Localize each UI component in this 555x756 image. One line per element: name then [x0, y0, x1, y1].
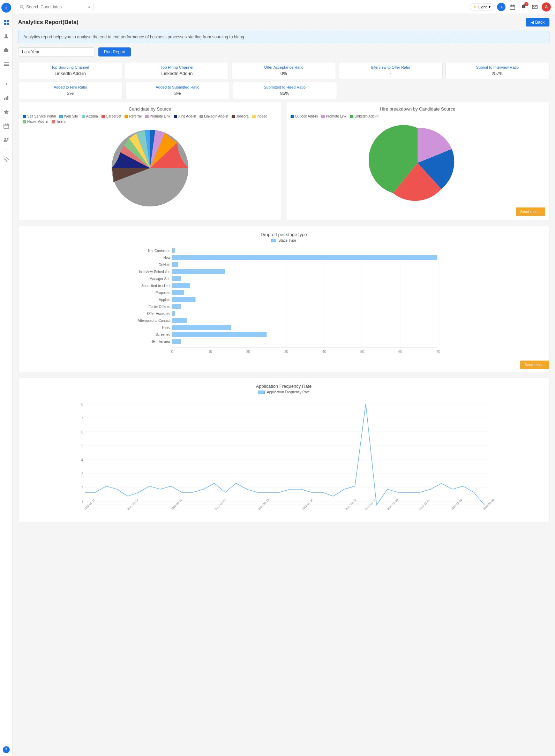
sidebar-item-settings[interactable]	[2, 80, 10, 88]
frequency-line	[85, 404, 485, 505]
candidate-by-source-chart	[23, 126, 277, 210]
bar-hr-interview	[172, 339, 181, 344]
kpi-submitted-hired: Submitted to Hired Ratio 85%	[233, 82, 337, 99]
legend-dot	[321, 115, 325, 118]
sidebar-item-star[interactable]	[2, 108, 10, 116]
kpi-added-submitted: Added to Submitted Ratio 3%	[125, 82, 230, 99]
label-hr-interview: HR Interview	[150, 340, 171, 343]
label-to-be-offered: To-be-Offered	[149, 305, 171, 309]
svg-text:2022-06-10: 2022-06-10	[258, 498, 270, 511]
svg-text:30: 30	[284, 350, 288, 354]
frequency-legend: Application Frequency Rate	[24, 390, 543, 394]
legend-self-service: Self Service Portal	[23, 114, 56, 118]
bar-hired	[172, 325, 231, 330]
frequency-legend-box	[258, 391, 265, 394]
svg-text:50: 50	[360, 350, 365, 354]
sidebar-item-dashboard[interactable]	[2, 18, 10, 27]
sidebar-item-jobs[interactable]	[2, 46, 10, 54]
sidebar-item-people[interactable]	[2, 32, 10, 40]
svg-text:2022-10-20: 2022-10-20	[387, 498, 399, 511]
svg-rect-8	[4, 65, 9, 66]
sidebar-item-users[interactable]	[2, 136, 10, 144]
bar-submitted-client	[172, 283, 190, 288]
calendar-icon[interactable]	[508, 3, 517, 11]
svg-text:0: 0	[171, 350, 173, 354]
run-report-button[interactable]: Run Report	[98, 47, 131, 56]
svg-text:8: 8	[81, 402, 83, 406]
theme-toggle[interactable]: ☀ Light ▼	[470, 3, 494, 10]
dropoff-chart-card: Drop-off per stage type Stage Type	[18, 226, 549, 372]
kpi-top-hiring: Top Hiring Channel LinkedIn Add-in	[125, 62, 229, 79]
dropoff-legend-box	[271, 239, 276, 242]
kpi-submit-interview-label[interactable]: Submit to Interview Ratio	[450, 65, 545, 69]
legend-promote: Promote Link	[321, 114, 346, 118]
kpi-row-2: Added to Hire Ratio 3% Added to Submitte…	[18, 82, 337, 99]
chevron-down-icon: ▼	[488, 5, 491, 9]
legend-promote-link: Promote Link	[145, 114, 170, 118]
label-applied: Applied	[159, 298, 170, 302]
kpi-added-submitted-label[interactable]: Added to Submitted Ratio	[130, 85, 225, 89]
kpi-submit-interview: Submit to Interview Ratio 257%	[445, 62, 549, 79]
svg-rect-14	[4, 124, 9, 128]
label-proposed: Proposed	[156, 291, 171, 295]
svg-text:2022-02-14: 2022-02-14	[127, 498, 140, 511]
theme-label: Light	[478, 5, 487, 9]
kpi-offer-acceptance-label[interactable]: Offer Acceptance Ratio	[236, 65, 331, 69]
sidebar-item-gear[interactable]	[2, 156, 10, 164]
svg-text:2022-05-01: 2022-05-01	[214, 498, 227, 511]
svg-text:2: 2	[81, 486, 83, 490]
mail-icon[interactable]	[531, 3, 539, 11]
legend-adzuna: Adzuna	[82, 114, 98, 118]
charts-row: Candidate by Source Self Service Portal …	[18, 102, 549, 220]
label-offer-accepted: Offer-Accepted	[147, 312, 170, 316]
svg-rect-5	[4, 49, 8, 52]
label-new: New	[163, 256, 171, 260]
sun-icon: ☀	[473, 5, 477, 9]
kpi-interview-offer: Interview to Offer Ratio -	[339, 62, 443, 79]
svg-rect-10	[4, 98, 5, 100]
main-content: ● ☀ Light ▼ + 8 A Analytic	[13, 0, 555, 532]
sidebar-item-analytics[interactable]	[2, 94, 10, 102]
bar-interview-scheduled	[172, 269, 225, 274]
sidebar-item-list[interactable]	[2, 60, 10, 68]
back-button[interactable]: ◀ Back	[526, 18, 549, 27]
search-box[interactable]: ●	[17, 3, 93, 11]
page-content: Analytics Report(Beta) ◀ Back Analytics …	[13, 14, 555, 532]
label-not-contacted: Not Contacted	[148, 249, 171, 253]
svg-point-4	[5, 34, 7, 36]
frequency-chart-card: Application Frequency Rate Application F…	[18, 378, 549, 522]
kpi-submitted-hired-label[interactable]: Submitted to Hired Ratio	[237, 85, 332, 89]
legend-dot	[145, 115, 149, 118]
add-button[interactable]: +	[497, 3, 505, 11]
info-banner: Analytics report helps you to analyse th…	[18, 31, 549, 43]
period-select[interactable]: Last Year	[18, 47, 95, 56]
bar-offer-accepted	[172, 311, 175, 316]
legend-dot	[52, 120, 55, 123]
bar-attempted-contact	[172, 318, 187, 323]
candidate-by-source-legend: Self Service Portal Web Site Adzuna Care…	[23, 114, 277, 123]
kpi-top-hiring-value: LinkedIn Add-in	[129, 71, 224, 76]
legend-dot	[350, 115, 353, 118]
search-input[interactable]	[26, 5, 86, 9]
kpi-added-hire: Added to Hire Ratio 3%	[18, 82, 122, 99]
bar-onhold	[172, 262, 178, 267]
legend-dot	[291, 115, 294, 118]
svg-text:7: 7	[81, 416, 83, 420]
kpi-interview-offer-label[interactable]: Interview to Offer Ratio	[343, 65, 438, 69]
notification-icon[interactable]: 8	[519, 3, 528, 11]
sidebar-logo[interactable]: i	[1, 3, 11, 13]
kpi-top-hiring-label[interactable]: Top Hiring Channel	[129, 65, 224, 69]
sidebar-item-calendar[interactable]	[2, 122, 10, 130]
dropoff-send-button[interactable]: Send mes...	[520, 361, 549, 369]
label-attempted-contact: Attempted to Contact	[138, 319, 171, 323]
svg-point-9	[6, 83, 7, 85]
hire-breakdown-card: Hire breakdown by Candidate Source Outlo…	[286, 102, 550, 220]
hire-breakdown-legend: Outlook Add-in Promote Link LinkedIn Add…	[291, 114, 545, 118]
hire-breakdown-send-button[interactable]: Send mes...	[516, 207, 545, 216]
kpi-top-sourcing-label[interactable]: Top Sourcing Channel	[23, 65, 118, 69]
svg-text:3: 3	[81, 472, 83, 476]
avatar[interactable]: A	[542, 2, 551, 12]
kpi-added-hire-label[interactable]: Added to Hire Ratio	[23, 85, 118, 89]
svg-text:2022-12-02: 2022-12-02	[451, 498, 463, 511]
topbar: ● ☀ Light ▼ + 8 A	[13, 0, 555, 14]
